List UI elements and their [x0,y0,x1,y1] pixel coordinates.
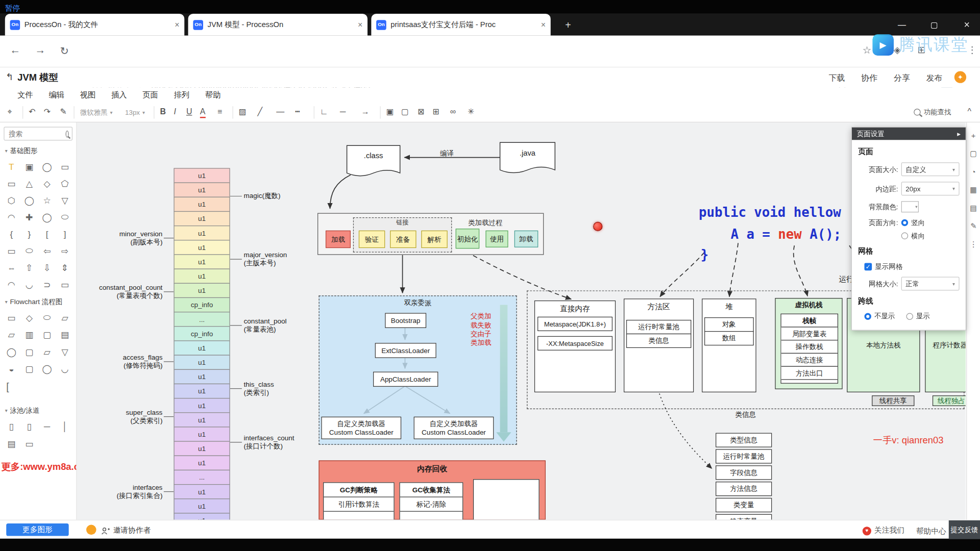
method-area-box[interactable]: 方法区 运行时常量池类信息 [624,298,694,392]
undo-icon[interactable]: ↶ [29,107,35,118]
header-action-button[interactable]: 下载 [829,72,845,84]
menu-item[interactable]: 编辑 [49,90,65,101]
shape-item[interactable]: ⇦ [38,242,56,259]
orientation-landscape-option[interactable]: 横向 [901,231,925,240]
layout-icon[interactable]: ▤ [970,204,977,212]
classfile-row[interactable]: u1 [174,283,230,298]
shape-item[interactable]: ─ [38,418,56,435]
edit-note-icon[interactable]: ✎ [970,222,976,231]
class-info-row[interactable]: 静态变量 [716,514,772,520]
compile-label[interactable]: 编译 [434,148,459,158]
memory-row[interactable]: 操作数栈 [781,340,838,354]
shape-item[interactable]: ▽ [56,192,74,209]
shape-item[interactable]: ▭ [56,158,74,175]
panel-header[interactable]: 页面设置 ▸ [852,128,966,140]
pointer-tool-icon[interactable]: ⌖ [8,107,12,118]
shape-item[interactable]: ▢ [20,360,38,377]
classfile-row[interactable]: u1 [174,168,230,183]
verify-step[interactable]: 验证 [359,231,385,248]
app-classloader-node[interactable]: AppClassLoader [373,372,438,387]
use-step[interactable]: 使用 [485,231,508,247]
ext-classloader-node[interactable]: ExtClassLoader [375,343,436,358]
shape-item[interactable]: ⇔ [3,259,20,276]
shape-item[interactable]: } [20,226,38,242]
java-file-node[interactable]: .java [500,148,555,157]
shape-item[interactable]: ▭ [3,309,20,326]
shape-item[interactable]: ⇧ [20,259,38,276]
redo-icon[interactable]: ↷ [44,107,51,118]
custom-classloader-node[interactable]: 自定义类加载器 Custom ClassLoader [321,417,401,439]
reload-icon[interactable]: ↻ [60,44,69,58]
padding-select[interactable]: 20px▾ [901,182,960,195]
underline-icon[interactable]: U [186,107,192,118]
shape-item[interactable]: T [3,158,20,175]
magic-wand-icon[interactable]: ✳ [468,107,474,118]
code-line-3[interactable]: } [701,247,708,262]
header-action-button[interactable]: 协作 [861,72,877,84]
classfile-row[interactable]: u1 [174,269,230,284]
classfile-row[interactable]: u1 [174,254,230,269]
shape-item[interactable]: ▢ [20,343,38,360]
bold-icon[interactable]: B [160,107,165,118]
browser-tab[interactable]: On JVM 模型 - ProcessOn × [188,14,368,36]
class-loading-box[interactable]: 加载 链接 验证 准备 解析 类加载过程 初始化 使用 卸载 [317,213,544,255]
shape-item[interactable]: ⇩ [38,259,56,276]
field-label-magic[interactable]: magic(魔数) [244,192,281,200]
classfile-row[interactable]: u1 [174,427,230,441]
browser-tab[interactable]: On printsaas支付宝支付后端 - Proc × [371,14,550,36]
memory-row[interactable]: 对象 [704,317,754,332]
field-label-constant-pool[interactable]: constant_pool (常量表池) [244,317,287,334]
format-painter-icon[interactable]: ✎ [60,107,67,118]
font-color-icon[interactable]: A [200,107,206,118]
shape-item[interactable]: ◯ [20,192,38,209]
menu-item[interactable]: 插入 [111,90,127,101]
header-action-button[interactable]: 发布 [926,72,943,84]
code-line-2[interactable]: A a = new A(); [730,227,841,241]
contact-note[interactable]: 一手v: qianren03 [873,435,944,446]
shape-item[interactable]: ◒ [3,360,20,377]
shape-search-box[interactable] [4,127,72,141]
bootstrap-loader-node[interactable]: Bootstrap [385,313,426,328]
load-step[interactable]: 加载 [326,231,351,248]
line-dash-icon[interactable]: ┅ [295,107,300,118]
pan-tool-icon[interactable]: + [971,131,976,140]
invite-collaborator[interactable]: 邀请协作者 [101,525,151,536]
unlock-icon[interactable]: ⊞ [432,107,439,118]
shape-item[interactable]: ⬭ [20,242,38,259]
shape-item[interactable]: ⬭ [38,309,56,326]
shape-item[interactable]: ⬭ [56,209,74,226]
section-flowchart[interactable]: ▾Flowchart 流程图 [0,294,76,308]
parent-delegation-box[interactable]: 双亲委派 Bootstrap ExtClassLoader AppClassLo… [318,295,517,445]
classfile-row[interactable]: cp_info [174,326,230,341]
align-icon[interactable]: ≡ [217,107,222,118]
line-shape-icon[interactable]: ─ [340,107,346,118]
browser-tab[interactable]: On ProcessOn - 我的文件 × [5,14,184,36]
class-info-row[interactable]: 类变量 [716,498,772,512]
shape-item[interactable]: ▭ [56,276,74,293]
field-label-minor-version[interactable]: minor_version (副版本号) [77,230,163,246]
shape-item[interactable]: ◇ [38,175,56,192]
class-info-title[interactable]: 类信息 [727,410,764,419]
classfile-row[interactable]: u1 [174,498,230,513]
shape-item[interactable]: ◠ [3,209,20,226]
memory-row[interactable]: 方法出口 [781,366,838,380]
shape-item[interactable]: ◯ [3,343,20,360]
init-step[interactable]: 初始化 [456,229,480,248]
header-action-button[interactable]: 分享 [894,72,910,84]
window-maximize-button[interactable]: ▢ [920,14,948,36]
shape-item[interactable]: ▭ [3,242,20,259]
shape-item[interactable]: ⇕ [56,259,74,276]
gc-collect-box[interactable]: GC收集算法 标记-清除 [399,482,463,519]
vip-icon[interactable]: ✦ [954,71,966,83]
memory-row[interactable]: 类信息 [626,334,691,348]
shape-item[interactable]: ◯ [38,209,56,226]
connector-type-icon[interactable]: ∟ [320,107,328,118]
shape-item[interactable]: ▢ [38,326,56,343]
show-grid-option[interactable]: ✓ 显示网格 [864,262,959,271]
help-center[interactable]: 帮助中心 [916,526,946,537]
shape-item[interactable]: ▱ [38,343,56,360]
diagram-canvas[interactable]: .class .java 编译 u1u1u1u1u1u1u1u1u1cp_inf… [77,122,966,520]
classfile-row[interactable]: u1 [174,441,230,456]
memory-row[interactable]: 数组 [704,331,754,345]
shape-item[interactable]: ▱ [56,309,74,326]
